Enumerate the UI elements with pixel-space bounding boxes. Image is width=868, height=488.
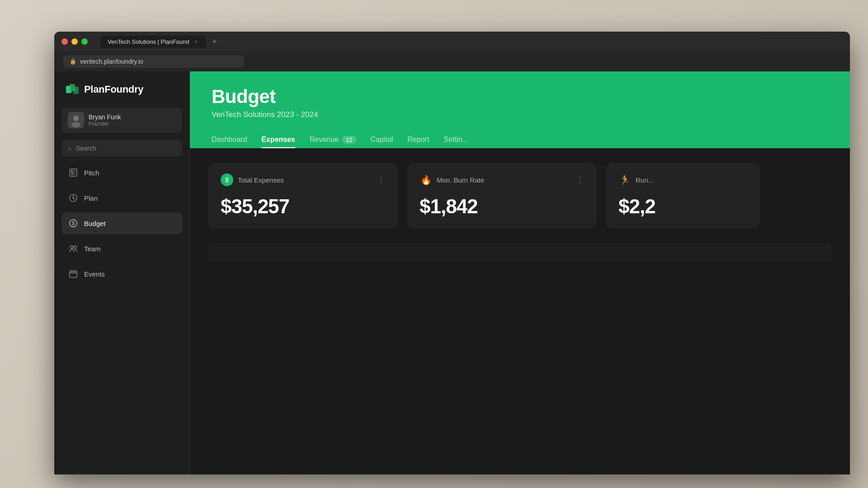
- browser-chrome: VenTech Solutions | PlanFound × +: [54, 32, 850, 52]
- page-subtitle: VenTech Solutions 2023 - 2024: [212, 110, 828, 119]
- avatar-placeholder: [68, 112, 84, 128]
- svg-rect-17: [70, 271, 77, 277]
- active-tab[interactable]: VenTech Solutions | PlanFound ×: [100, 36, 206, 48]
- sidebar-item-budget[interactable]: $ Budget: [61, 212, 182, 234]
- tab-bar: VenTech Solutions | PlanFound × +: [100, 35, 221, 48]
- user-role: Founder: [89, 121, 121, 127]
- pitch-icon: [68, 167, 79, 178]
- runway-label: Run...: [636, 176, 654, 184]
- sidebar-item-pitch-label: Pitch: [84, 169, 99, 177]
- cards-section: $ Total Expenses ⋮ $35,257 🔥 Mon. B: [190, 148, 850, 243]
- plan-icon: [68, 192, 79, 203]
- header-banner: Budget VenTech Solutions 2023 - 2024 Das…: [190, 71, 850, 148]
- traffic-light-minimize[interactable]: [71, 38, 78, 45]
- card-header-runway: 🏃 Run...: [618, 174, 747, 186]
- browser-window: VenTech Solutions | PlanFound × + 🔒 vent…: [54, 32, 850, 474]
- tab-dashboard[interactable]: Dashboard: [212, 132, 247, 148]
- burn-rate-label: Mon. Burn Rate: [437, 176, 484, 184]
- sidebar-item-budget-label: Budget: [84, 220, 106, 227]
- runway-card: 🏃 Run... $2,2: [606, 163, 760, 229]
- desktop-background: VenTech Solutions | PlanFound × + 🔒 vent…: [0, 0, 868, 488]
- card-header-expenses: $ Total Expenses ⋮: [221, 174, 385, 186]
- bottom-section: [190, 243, 850, 474]
- svg-point-15: [71, 246, 73, 249]
- total-expenses-label: Total Expenses: [238, 176, 284, 184]
- budget-icon: $: [68, 218, 79, 229]
- svg-point-5: [71, 122, 80, 127]
- svg-point-16: [74, 246, 76, 249]
- total-expenses-menu[interactable]: ⋮: [377, 175, 385, 185]
- search-icon: ⌕: [68, 145, 71, 152]
- burn-rate-menu[interactable]: ⋮: [576, 175, 584, 185]
- tab-capital[interactable]: Capital: [371, 132, 393, 148]
- sidebar-item-pitch[interactable]: Pitch: [61, 162, 182, 183]
- traffic-light-close[interactable]: [61, 38, 68, 45]
- svg-text:$: $: [72, 221, 75, 226]
- team-icon: [68, 243, 79, 254]
- main-content: Budget VenTech Solutions 2023 - 2024 Das…: [190, 71, 850, 474]
- page-title: Budget: [212, 86, 828, 108]
- avatar: [68, 112, 84, 128]
- burn-rate-icon: 🔥: [420, 174, 432, 186]
- url-text: ventech.planfoundry.io: [80, 58, 143, 65]
- svg-point-4: [73, 116, 79, 121]
- total-expenses-card: $ Total Expenses ⋮ $35,257: [208, 163, 398, 229]
- traffic-light-fullscreen[interactable]: [81, 38, 88, 45]
- total-expenses-icon: $: [221, 174, 233, 186]
- svg-rect-7: [71, 170, 73, 172]
- tab-close-button[interactable]: ×: [193, 38, 199, 45]
- total-expenses-value: $35,257: [221, 195, 385, 218]
- sidebar-item-events[interactable]: Events: [61, 263, 182, 285]
- user-info: Bryan Funk Founder: [89, 113, 121, 127]
- traffic-lights: [61, 38, 88, 45]
- tab-settings[interactable]: Settin...: [443, 132, 468, 148]
- revenue-badge: 12: [342, 136, 356, 144]
- sidebar-item-events-label: Events: [84, 270, 105, 278]
- events-icon: [68, 268, 79, 279]
- address-bar[interactable]: 🔒 ventech.planfoundry.io: [63, 55, 244, 68]
- search-box[interactable]: ⌕ Search: [61, 140, 182, 156]
- tab-report[interactable]: Report: [407, 132, 429, 148]
- tab-title: VenTech Solutions | PlanFound: [108, 38, 189, 45]
- user-card[interactable]: Bryan Funk Founder: [61, 108, 182, 133]
- burn-rate-card: 🔥 Mon. Burn Rate ⋮ $1,842: [407, 163, 597, 229]
- tab-expenses[interactable]: Expenses: [261, 132, 295, 148]
- svg-rect-2: [73, 87, 79, 94]
- tabs-row: Dashboard Expenses Revenue 12 Capital: [212, 132, 828, 148]
- card-header-burn: 🔥 Mon. Burn Rate ⋮: [420, 174, 584, 186]
- runway-icon: 🏃: [618, 174, 631, 186]
- runway-value: $2,2: [618, 195, 747, 218]
- sidebar-item-team-label: Team: [84, 245, 101, 253]
- sidebar-item-plan-label: Plan: [84, 194, 98, 202]
- search-placeholder-text: Search: [76, 145, 96, 152]
- svg-point-12: [73, 197, 74, 199]
- tab-revenue[interactable]: Revenue 12: [310, 132, 356, 148]
- svg-rect-6: [70, 169, 77, 176]
- bottom-bar: [208, 243, 832, 261]
- app-layout: PlanFoundry: [54, 71, 850, 474]
- logo-area: PlanFoundry: [61, 82, 182, 97]
- planfoundry-logo-icon: [65, 82, 80, 97]
- logo-text: PlanFoundry: [84, 84, 143, 95]
- card-label-row-expenses: $ Total Expenses: [221, 174, 284, 186]
- user-name: Bryan Funk: [89, 113, 121, 121]
- sidebar: PlanFoundry: [54, 71, 190, 474]
- burn-rate-value: $1,842: [420, 195, 584, 218]
- lock-icon: 🔒: [70, 58, 76, 65]
- sidebar-item-team[interactable]: Team: [61, 238, 182, 259]
- sidebar-item-plan[interactable]: Plan: [61, 187, 182, 209]
- new-tab-button[interactable]: +: [208, 35, 221, 48]
- card-label-row-burn: 🔥 Mon. Burn Rate: [420, 174, 484, 186]
- card-label-row-runway: 🏃 Run...: [618, 174, 654, 186]
- address-bar-row: 🔒 ventech.planfoundry.io: [54, 52, 850, 71]
